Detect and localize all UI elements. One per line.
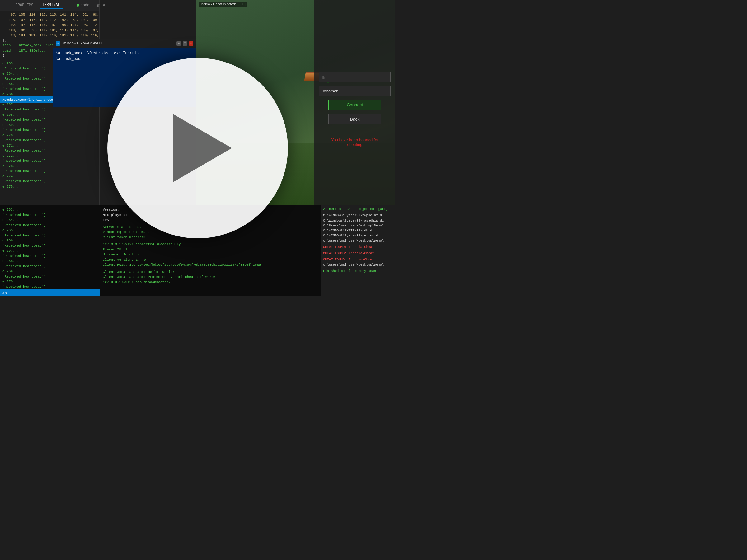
heartbeat-line: e 271... [2,143,97,149]
heartbeat-line: "Received heartbeat") [2,117,97,123]
server-line: Username: Jonathan [103,252,317,257]
warning-count: 0 [5,291,7,295]
powershell-controls: ─ □ × [177,42,193,46]
ac-line: ✓ Inertia - Cheat injected: [OFF] [323,207,393,212]
powershell-content: \attack_pad> .\Destroject.exe Inertia \a… [53,48,196,107]
server-line: Version: [103,207,317,212]
game-ui-panel: Connect Back You have been banned forche… [314,0,395,205]
powershell-title: Windows PowerShell [62,42,174,46]
bl-line: e 269... [2,269,97,274]
heartbeat-line: e 272... [2,153,97,159]
terminal-line: 92, 97, 116, 116, 97, 99, 107, 95, 112, … [2,22,97,28]
ps-line-1: \attack_pad> .\Destroject.exe Inertia [56,50,193,56]
status-bar: ⚠ 0 [0,289,100,296]
terminal-line: 99, 104, 101, 116, 116, 101, 116, 116, 1… [2,33,97,38]
back-button[interactable]: Back [328,114,381,125]
cheat-status-label: Inertia - Cheat injected: [OFF] [199,2,248,6]
heartbeat-line: e 269... [2,123,97,128]
add-terminal-icon[interactable]: + [92,3,94,8]
close-icon[interactable]: × [103,3,105,8]
server-line: Client Jonathan sent: Hello, world! [103,269,317,275]
ip-input[interactable] [319,72,391,82]
heartbeat-line: "Received heartbeat") [2,107,97,112]
bl-line: "Received heartbeat") [2,233,97,238]
heartbeat-line: "Received heartbeat") [2,169,97,174]
cheat-found-line-3: CHEAT FOUND: Inertia-Cheat [323,257,393,262]
heartbeat-line: "Received heartbeat") [2,158,97,164]
tab-terminal[interactable]: TERMINAL [40,2,62,9]
bl-line: e 263... [2,207,97,212]
ac-line: C:\WINDOWS\System32\perfos.dll [323,233,393,238]
server-line: Client Jonathan sent: Protected by anti-… [103,274,317,280]
terminal-line: 115, 107, 116, 111, 112, 92, 68, 101, 10… [2,18,97,23]
cheat-found-line-1: CHEAT FOUND: Inertia-Cheat [323,244,393,249]
ps-line-2: \attack_pad> [56,56,193,62]
ban-message: You have been banned forcheating [331,137,379,147]
terminal-line: 97, 105, 110, 117, 115, 101, 114, 92, 68… [2,12,97,18]
terminal-line: 100, 92, 73, 116, 101, 114, 114, 105, 97… [2,28,97,33]
bl-line: "Received heartbeat") [2,284,97,290]
server-line: Client token matched! [103,235,317,240]
server-line: 127.0.0.1:59121 has disconnected. [103,280,317,285]
heartbeat-line: "Received heartbeat") [2,138,97,143]
bl-line: e 265... [2,228,97,233]
cheat-found-line-2: CHEAT FOUND: Inertia-Cheat [323,251,393,256]
bl-line: e 267... [2,248,97,254]
heartbeat-line: e 275... [2,184,97,189]
tab-bar: ... PROBLEMS TERMINAL ... node + 🗑 × [0,0,99,11]
ac-line: C:\WINDOWS\SYSTEM32\pdh.dll [323,228,393,233]
server-output-panel: Version: Max players: TPS: Server starte… [100,205,320,296]
bottom-left-panel: e 263... "Received heartbeat") e 264... … [0,205,100,296]
ac-line: C:\WINDOWS\System32\fwpuclnt.dl [323,213,393,218]
bl-line: e 264... [2,217,97,223]
bl-line: "Received heartbeat") [2,223,97,228]
tab-more-dots[interactable]: ... [2,3,9,7]
ac-line: C:\Users\mainuser\Desktop\Demo\ [323,262,393,267]
heartbeat-line: "Received heartbeat") [2,148,97,153]
powershell-window: PS Windows PowerShell ─ □ × \attack_pad>… [53,39,196,107]
server-line: Player ID: 1 [103,247,317,252]
node-tab-dot [77,4,79,6]
node-tab-label: node [80,3,89,7]
trash-icon[interactable]: 🗑 [97,3,100,8]
server-line: Client version: 1.4.6 [103,257,317,263]
heartbeat-line: e 270... [2,133,97,138]
bl-line: "Received heartbeat") [2,274,97,279]
tab-ellipsis[interactable]: ... [66,3,73,7]
bl-line: "Received heartbeat") [2,254,97,259]
bl-line: e 270... [2,279,97,284]
bl-line: "Received heartbeat") [2,243,97,248]
maximize-button[interactable]: □ [183,42,187,46]
username-input[interactable] [319,86,391,96]
heartbeat-line: e 273... [2,164,97,169]
anticheat-log-panel: ✓ Inertia - Cheat injected: [OFF] C:\WIN… [320,205,395,296]
connect-button[interactable]: Connect [328,100,381,110]
bl-line: e 268... [2,259,97,264]
node-tab[interactable]: node [77,3,89,8]
powershell-titlebar: PS Windows PowerShell ─ □ × [53,39,196,48]
warning-icon: ⚠ 0 [2,291,7,295]
heartbeat-line: e 268... [2,112,97,117]
server-line: Max players: [103,212,317,218]
bl-line: "Received heartbeat") [2,212,97,218]
path-text: /Desktop/Demo/inertia_protecte [2,98,58,102]
game-panel: Inertia - Cheat injected: [OFF] Connect … [196,0,395,205]
tab-problems[interactable]: PROBLEMS [13,2,36,9]
bl-line: e 266... [2,238,97,243]
scan-complete-line: Finished module memory scan... [323,268,393,273]
powershell-icon: PS [56,42,60,46]
server-line: Server started on... [103,224,317,230]
heartbeat-line: e 274... [2,174,97,179]
server-hwid-line: Client HWID: 155426496cfbd105f2bc4579f04… [103,262,317,268]
server-line: 127.0.0.1:59121 connected successfully. [103,242,317,247]
minimize-button[interactable]: ─ [177,42,181,46]
close-button[interactable]: × [189,42,193,46]
tab-controls: node + 🗑 × [77,3,105,8]
bl-line: "Received heartbeat") [2,264,97,269]
server-line: >Incoming connection... [103,230,317,235]
ac-line: C:\Users\mainuser\Desktop\Demo\ [323,223,393,228]
heartbeat-line: "Received heartbeat") [2,128,97,133]
server-line: TPS: [103,217,317,223]
heartbeat-line: "Received heartbeat") [2,179,97,184]
ac-line: C:\Users\mainuser\Desktop\Demo\ [323,238,393,243]
